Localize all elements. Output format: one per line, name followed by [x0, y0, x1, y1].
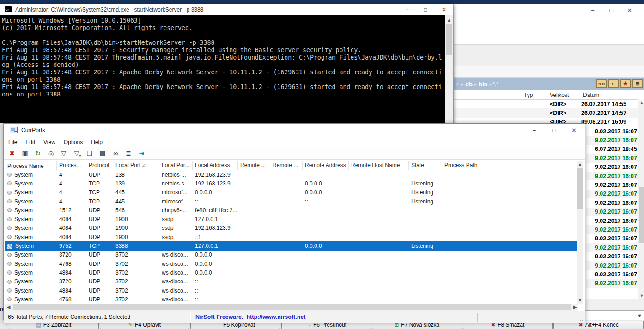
file-date-clipped[interactable]: 9.02.2017 16:07 [586, 208, 638, 216]
refresh-icon[interactable]: ↻ [33, 149, 43, 158]
menu-item[interactable]: File [4, 138, 21, 147]
file-manager-title-area[interactable]: − □ ✕ [454, 4, 644, 45]
column-header-local-port-name[interactable]: Local Por... [159, 161, 193, 170]
column-header-remote-port[interactable]: Remote ... [238, 161, 270, 170]
file-date-clipped[interactable]: 9.02.2017 16:07 [586, 136, 638, 144]
scrollbar-thumb[interactable] [639, 187, 644, 243]
table-row[interactable]: System 4084 UDP 1900 ssdp 192.168.123.9 [5, 224, 578, 233]
panel-icon[interactable]: ≣ [632, 79, 643, 88]
column-header-local-address[interactable]: Local Address [193, 161, 238, 170]
maximize-icon[interactable]: □ [544, 124, 564, 137]
file-list-scrollbar[interactable]: ▲ ▼ [638, 100, 644, 299]
file-date-clipped[interactable]: 9.02.2017 16:07 [586, 198, 638, 207]
scroll-up-icon[interactable]: ▲ [638, 100, 644, 106]
currports-titlebar[interactable]: CurrPorts − □ ✕ [4, 124, 585, 137]
console-scrollbar[interactable]: ▲ [445, 15, 453, 126]
copy-icon[interactable]: ❏ [85, 149, 95, 158]
menu-item[interactable]: Edit [21, 138, 39, 147]
table-row[interactable]: System 4084 UDP 1900 ssdp ::1 [5, 233, 578, 241]
scroll-up-icon[interactable]: ▲ [445, 16, 453, 24]
breadcrumb-segment-db[interactable]: db [465, 81, 473, 88]
file-date-clipped[interactable]: 9.02.2017 16:07 [586, 180, 638, 189]
nirsoft-link[interactable]: NirSoft Freeware. http://www.nirsoft.net [191, 314, 477, 320]
file-date-clipped[interactable]: 9.02.2017 16:07 [586, 163, 638, 172]
file-list-row[interactable]: <DIR> 26.07.2017 14:55 [454, 100, 638, 108]
file-date-clipped[interactable]: 9.02.2017 16:07 [586, 216, 638, 225]
table-vertical-scrollbar[interactable]: ▲ ▼ [577, 161, 583, 304]
table-row[interactable]: System 4084 UDP 1900 ssdp 127.0.0.1 [5, 215, 578, 223]
column-header-remote-port-name[interactable]: Remote ... [270, 161, 303, 170]
column-header-datum[interactable]: Datum [583, 92, 599, 98]
table-row[interactable]: System 4 TCP 139 netbios-s... 192.168.12… [5, 179, 578, 188]
table-row[interactable]: System 4 UDP 138 netbios-... 192.168.123… [5, 170, 578, 179]
file-list-header[interactable]: Typ Velikost Datum [454, 90, 638, 100]
breadcrumb-segment-bin[interactable]: bin [479, 81, 488, 88]
find-icon[interactable]: ∞ [110, 149, 121, 158]
menu-item[interactable]: Options [60, 138, 87, 147]
file-date-clipped[interactable]: 9.02.2017 16:07 [586, 234, 638, 243]
column-header-velikost[interactable]: Velikost [550, 92, 569, 98]
scroll-left-icon[interactable]: ◀ [5, 304, 12, 311]
close-icon[interactable]: ✕ [564, 124, 584, 137]
file-date-clipped[interactable]: 9.02.2017 16:07 [586, 279, 638, 288]
scrollbar-thumb[interactable] [446, 24, 452, 55]
column-header-process-path[interactable]: Process Path [442, 161, 578, 170]
table-row[interactable]: System 4768 UDP 3702 ws-disco... :: [5, 295, 578, 304]
table-row[interactable]: System 9752 TCP 3388 127.0.0.1 0.0.0.0 L… [5, 241, 578, 250]
column-header-remote-address[interactable]: Remote Address [303, 161, 349, 170]
scroll-right-icon[interactable]: ▶ [571, 304, 578, 311]
column-header-typ[interactable]: Typ [524, 92, 533, 98]
properties-icon[interactable]: ▤ [97, 149, 108, 158]
file-date-clipped[interactable]: 9.02.2017 16:07 [586, 243, 638, 252]
breadcrumb-back-icon[interactable]: ‹ [456, 81, 458, 87]
maximize-icon[interactable]: □ [416, 4, 435, 15]
minimize-icon[interactable]: − [398, 4, 416, 15]
scroll-up-icon[interactable]: ▲ [577, 161, 583, 167]
scroll-down-icon[interactable]: ▼ [577, 297, 583, 304]
resolve-addresses-icon[interactable]: ◎ [46, 149, 56, 158]
breadcrumb[interactable]: ‹ ▸ db ▸ bin ▸ *.* root t·· ★ ≣ [454, 78, 644, 90]
minimize-icon[interactable]: − [583, 5, 602, 16]
menu-item[interactable]: Help [87, 138, 107, 147]
file-date-clipped[interactable]: 9.02.2017 16:07 [586, 154, 638, 162]
table-row[interactable]: System 3720 UDP 3702 ws-disco... :: [5, 277, 578, 286]
file-date-clipped[interactable]: 9.02.2017 16:07 [586, 261, 638, 270]
file-date-clipped[interactable]: 6.07.2017 18:45 [586, 145, 638, 154]
scroll-down-icon[interactable]: ▼ [638, 293, 644, 299]
resize-grip[interactable] [579, 317, 584, 322]
scrollbar-thumb[interactable] [13, 304, 571, 310]
table-row[interactable]: System 4884 UDP 3702 ws-disco... 0.0.0.0 [5, 268, 578, 277]
close-icon[interactable]: ✕ [620, 5, 639, 16]
column-header-remote-host-name[interactable]: Remote Host Name [349, 161, 409, 170]
panel-icon[interactable]: t·· [608, 79, 619, 88]
table-row[interactable]: System 4768 UDP 3702 ws-disco... 0.0.0.0 [5, 259, 578, 268]
table-horizontal-scrollbar[interactable]: ◀ ▶ [5, 304, 578, 311]
column-header-protocol[interactable]: Protocol [86, 161, 113, 170]
file-date-clipped[interactable]: 9.02.2017 16:07 [586, 190, 638, 198]
file-date-clipped[interactable]: 9.02.2017 16:07 [586, 252, 638, 261]
file-date-clipped[interactable]: 9.02.2017 16:07 [586, 172, 638, 180]
filter-icon[interactable]: ▽ [59, 149, 69, 158]
file-date-clipped[interactable]: 9.02.2017 16:07 [586, 225, 638, 234]
maximize-icon[interactable]: □ [602, 5, 620, 16]
exit-icon[interactable]: ⇥ [136, 149, 146, 158]
column-header-local-port[interactable]: Local Port◿ [113, 161, 159, 170]
save-icon[interactable]: ▣ [20, 149, 30, 158]
column-header-state[interactable]: State [409, 161, 442, 170]
table-row[interactable]: System 4 TCP 445 microsof... 0.0.0.0 0.0… [5, 188, 578, 197]
file-date-clipped[interactable]: 9.02.2017 16:07 [586, 127, 638, 136]
clear-filter-icon[interactable]: ▽ ✕ [72, 149, 82, 158]
table-row[interactable]: System 4 TCP 445 microsof... :: :: Liste… [5, 197, 578, 206]
column-header-process-id[interactable]: Proces... [57, 161, 86, 170]
table-row[interactable]: System 4884 UDP 3702 ws-disco... :: [5, 286, 578, 295]
report-icon[interactable]: ≣ [123, 149, 134, 158]
table-row[interactable]: System 3720 UDP 3702 ws-disco... 0.0.0.0 [5, 251, 578, 259]
cmd-titlebar[interactable]: C:\_ Administrator: C:\Windows\System32\… [0, 4, 453, 15]
close-icon[interactable]: ✕ [435, 4, 453, 15]
scrollbar-thumb[interactable] [577, 168, 583, 209]
file-list-row[interactable]: <DIR> 26.07.2017 14:57 [454, 108, 638, 117]
panel-icon[interactable]: ★ [620, 79, 631, 88]
minimize-icon[interactable]: − [524, 124, 544, 137]
table-row[interactable]: System 1512 UDP 546 dhcpv6-... fe80::c8f… [5, 206, 578, 215]
chevron-down-icon[interactable]: ▼ [637, 313, 642, 318]
